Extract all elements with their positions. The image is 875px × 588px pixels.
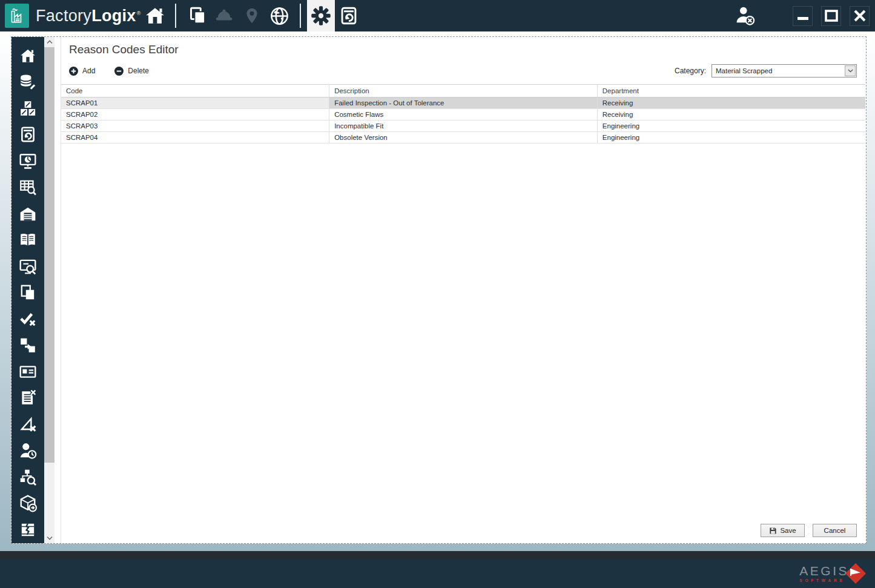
document-history-icon — [19, 125, 37, 144]
sidebar-item-documents[interactable] — [12, 280, 44, 306]
sidebar-item-list-delete[interactable] — [12, 385, 44, 412]
sidebar-item-user-clock[interactable] — [12, 438, 44, 464]
close-button[interactable] — [850, 6, 870, 26]
chevron-down-icon — [47, 536, 53, 540]
table-row[interactable]: SCRAP01Failed Inspection - Out of Tolera… — [61, 97, 865, 109]
logout-user-icon — [733, 4, 756, 27]
category-control: Category: Material Scrapped — [675, 64, 857, 78]
aegis-logo: AEGIS SOFTWARE — [799, 563, 867, 584]
column-header-code[interactable]: Code — [61, 85, 329, 97]
cell-department[interactable]: Receiving — [597, 109, 865, 121]
sidebar-item-dashboard[interactable] — [12, 148, 44, 174]
chevron-down-icon — [848, 69, 853, 73]
settings-tab-selected[interactable] — [307, 0, 335, 31]
logout-user-button[interactable] — [731, 0, 759, 31]
save-floppy-icon — [769, 527, 777, 535]
sidebar-item-monitor-search[interactable] — [12, 253, 44, 280]
sidebar-item-package-export[interactable] — [12, 491, 44, 517]
category-selected-value: Material Scrapped — [712, 67, 845, 74]
damaged-package-icon — [19, 521, 37, 539]
save-button-label: Save — [780, 527, 796, 534]
home-button[interactable] — [141, 0, 169, 31]
action-buttons: Save Cancel — [61, 520, 865, 538]
layers-button[interactable] — [182, 0, 210, 31]
sidebar-item-home[interactable] — [12, 42, 44, 69]
document-history-button[interactable] — [335, 0, 363, 31]
map-pin-button[interactable] — [238, 0, 266, 31]
footer-separator — [0, 551, 875, 559]
scroll-down-button[interactable] — [44, 533, 54, 543]
page-title: Reason Codes Editor — [69, 43, 865, 56]
table-row[interactable]: SCRAP03Incompatible FitEngineering — [61, 121, 865, 132]
home-icon — [19, 47, 37, 65]
cell-description[interactable]: Cosmetic Flaws — [329, 109, 598, 121]
chevron-up-icon — [47, 40, 53, 44]
settings-gear-icon — [310, 5, 332, 27]
add-button[interactable]: Add — [69, 67, 95, 76]
dashboard-monitor-icon — [19, 152, 37, 170]
sidebar-item-hierarchy-search[interactable] — [12, 464, 44, 491]
scroll-up-button[interactable] — [44, 37, 54, 47]
table-row[interactable]: SCRAP02Cosmetic FlawsReceiving — [61, 109, 865, 121]
sidebar-item-document-history[interactable] — [12, 122, 44, 148]
monitor-search-icon — [19, 257, 37, 276]
hardhat-button[interactable] — [210, 0, 238, 31]
remove-circle-icon — [114, 67, 124, 76]
footer-bar: AEGIS SOFTWARE — [0, 559, 875, 588]
sidebar-item-ruler-delete[interactable] — [12, 411, 44, 438]
dropdown-chevron-button[interactable] — [845, 65, 856, 76]
sidebar-item-damaged-package[interactable] — [12, 517, 44, 543]
factorylogix-logo — [5, 4, 29, 28]
cell-description[interactable]: Obsolete Version — [329, 132, 598, 144]
cell-department[interactable]: Engineering — [597, 132, 865, 144]
cell-description[interactable]: Failed Inspection - Out of Tolerance — [329, 97, 598, 109]
sidebar-item-transfer[interactable] — [12, 332, 44, 359]
cell-description[interactable]: Incompatible Fit — [329, 121, 598, 132]
pallet-boxes-icon — [19, 99, 37, 117]
minimize-button[interactable] — [793, 6, 813, 26]
scrollbar-track[interactable] — [44, 47, 54, 533]
sidebar-item-database-edit[interactable] — [12, 69, 44, 96]
aegis-diamond-icon — [845, 563, 867, 584]
ruler-delete-icon — [19, 415, 37, 434]
delete-button[interactable]: Delete — [114, 67, 149, 76]
content-frame: Reason Codes Editor Add — [0, 31, 875, 551]
scrollbar-thumb[interactable] — [44, 47, 54, 463]
top-bar: FactoryLogix® — [0, 0, 875, 31]
close-icon — [853, 8, 867, 23]
topbar-divider — [175, 4, 176, 28]
hierarchy-search-icon — [19, 468, 37, 486]
factory-icon — [12, 9, 21, 22]
table-row[interactable]: SCRAP04Obsolete VersionEngineering — [61, 132, 865, 144]
sidebar-scrollbar[interactable] — [44, 37, 54, 543]
cell-code[interactable]: SCRAP03 — [61, 121, 329, 132]
cell-department[interactable]: Receiving — [597, 97, 865, 109]
user-clock-icon — [19, 441, 37, 460]
column-header-description[interactable]: Description — [329, 85, 598, 97]
sidebar-item-id-card[interactable] — [12, 358, 44, 385]
cell-code[interactable]: SCRAP01 — [61, 97, 329, 109]
minimize-icon — [796, 9, 810, 22]
cell-code[interactable]: SCRAP02 — [61, 109, 329, 121]
aegis-brand-text: AEGIS — [799, 564, 849, 577]
cell-department[interactable]: Engineering — [597, 121, 865, 132]
cell-code[interactable]: SCRAP04 — [61, 132, 329, 144]
save-button[interactable]: Save — [761, 524, 805, 537]
sidebar-item-pallet-boxes[interactable] — [12, 95, 44, 122]
layers-icon — [186, 5, 206, 26]
category-dropdown[interactable]: Material Scrapped — [712, 64, 857, 78]
column-header-department[interactable]: Department — [597, 85, 865, 97]
hardhat-icon — [214, 5, 234, 26]
list-delete-icon — [19, 389, 37, 407]
app-window: FactoryLogix® — [0, 0, 875, 588]
sidebar-item-warehouse[interactable] — [12, 200, 44, 227]
sidebar-item-table-search[interactable] — [12, 174, 44, 201]
sidebar-item-book[interactable] — [12, 227, 44, 254]
maximize-button[interactable] — [821, 6, 841, 26]
sidebar-item-check-x[interactable] — [12, 306, 44, 332]
globe-button[interactable] — [266, 0, 294, 31]
left-sidebar — [12, 37, 44, 543]
id-card-icon — [19, 363, 37, 381]
add-circle-icon — [69, 67, 78, 76]
cancel-button[interactable]: Cancel — [813, 524, 857, 537]
